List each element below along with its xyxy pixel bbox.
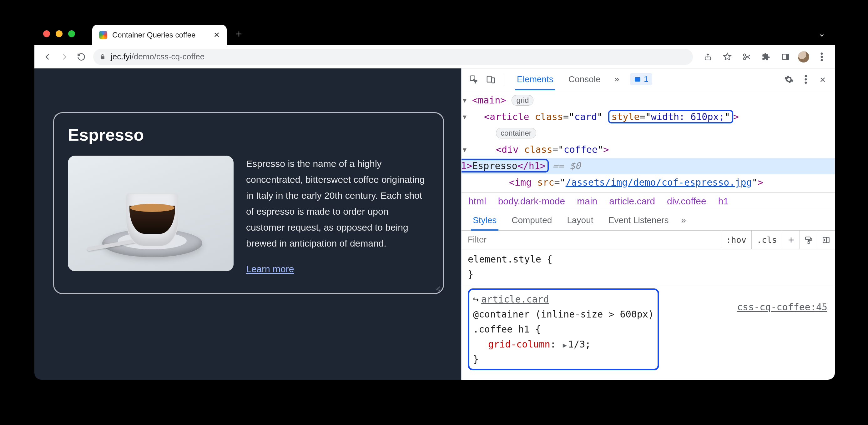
tab-strip: Container Queries coffee ✕ ＋ ⌄ — [34, 22, 835, 45]
card-text: Espresso is the name of a highly concent… — [246, 156, 429, 274]
subtab-styles[interactable]: Styles — [465, 210, 504, 230]
crumb-body[interactable]: body.dark-mode — [498, 196, 565, 206]
settings-icon[interactable] — [782, 72, 796, 87]
devtools-menu-icon[interactable] — [799, 72, 813, 87]
crumb-h1[interactable]: h1 — [718, 196, 728, 206]
lock-icon — [99, 54, 106, 60]
selected-node-suffix: == $0 — [553, 160, 581, 171]
tab-elements[interactable]: Elements — [510, 68, 560, 90]
url-host: jec.fyi — [111, 52, 131, 61]
new-tab-button[interactable]: ＋ — [231, 26, 247, 41]
tab-title: Container Queries coffee — [112, 31, 209, 39]
styles-filter-input[interactable] — [462, 231, 721, 249]
devtools-close-button[interactable]: ✕ — [815, 72, 830, 87]
svg-point-5 — [821, 53, 823, 55]
issues-count: 1 — [644, 74, 648, 84]
reload-button[interactable] — [74, 50, 88, 64]
svg-point-6 — [821, 56, 823, 58]
svg-rect-10 — [492, 78, 495, 83]
tabs-overflow-icon[interactable]: » — [609, 74, 624, 85]
highlight-container-rule: ↪article.card @container (inline-size > … — [468, 288, 659, 370]
back-button[interactable] — [41, 50, 54, 64]
container-origin-link[interactable]: article.card — [481, 294, 549, 305]
window-minimize-button[interactable] — [56, 30, 63, 37]
resize-handle-icon[interactable] — [433, 283, 440, 291]
address-bar[interactable]: jec.fyi/demo/css-cq-coffee — [93, 49, 693, 65]
expand-shorthand-icon[interactable]: ▶ — [563, 341, 567, 349]
subtabs-overflow-icon[interactable]: » — [676, 215, 691, 225]
rendered-page: Espresso Espresso is the name of a highl… — [34, 68, 461, 380]
tab-close-button[interactable]: ✕ — [214, 31, 220, 39]
issues-badge[interactable]: 1 — [630, 73, 652, 85]
svg-point-7 — [821, 59, 823, 61]
svg-point-12 — [805, 75, 807, 77]
content-area: Espresso Espresso is the name of a highl… — [34, 68, 835, 380]
selected-dom-node[interactable]: •••<h1>Espresso</h1>== $0 — [462, 158, 835, 174]
subtab-layout[interactable]: Layout — [559, 210, 601, 230]
espresso-image — [68, 156, 234, 271]
tabs-menu-button[interactable]: ⌄ — [818, 28, 826, 39]
container-query-rule[interactable]: ↪article.card @container (inline-size > … — [468, 288, 829, 370]
learn-more-link[interactable]: Learn more — [246, 264, 294, 274]
crumb-div[interactable]: div.coffee — [667, 196, 706, 206]
tab-favicon — [99, 31, 107, 39]
subtab-computed[interactable]: Computed — [504, 210, 559, 230]
img-src-link[interactable]: /assets/img/demo/cof-espresso.jpg — [566, 177, 752, 188]
highlight-style-attr: style="width: 610px;" — [608, 110, 733, 124]
svg-rect-4 — [786, 54, 788, 59]
svg-point-14 — [805, 81, 807, 84]
styles-pane[interactable]: element.style { } ↪article.card @contain… — [462, 249, 835, 373]
tab-console[interactable]: Console — [562, 68, 607, 90]
container-badge[interactable]: container — [496, 128, 536, 138]
crumb-html[interactable]: html — [468, 196, 486, 206]
browser-toolbar: jec.fyi/demo/css-cq-coffee — [34, 45, 835, 68]
svg-rect-16 — [808, 241, 809, 243]
card-body: Espresso is the name of a highly concent… — [68, 156, 429, 274]
styles-filter-bar: :hov .cls — [462, 231, 835, 249]
crumb-article[interactable]: article.card — [609, 196, 655, 206]
url-path: /demo/css-cq-coffee — [131, 52, 205, 61]
svg-rect-15 — [805, 237, 810, 240]
inspect-element-icon[interactable] — [467, 72, 481, 87]
new-style-rule-icon[interactable] — [782, 231, 800, 249]
paint-icon[interactable] — [800, 231, 817, 249]
subtab-event-listeners[interactable]: Event Listeners — [601, 210, 676, 230]
browser-window: Container Queries coffee ✕ ＋ ⌄ jec.fyi/d… — [34, 22, 835, 380]
toolbar-right — [701, 50, 829, 64]
share-icon[interactable] — [701, 50, 715, 64]
dom-breadcrumbs[interactable]: html body.dark-mode main article.card di… — [462, 193, 835, 210]
dom-tree[interactable]: ▼<main> grid ▼<article class="card" styl… — [462, 90, 835, 193]
browser-tab[interactable]: Container Queries coffee ✕ — [92, 25, 227, 45]
computed-toggle-icon[interactable] — [817, 231, 835, 249]
side-panel-icon[interactable] — [779, 50, 792, 64]
extensions-icon[interactable] — [759, 50, 773, 64]
rule-source-link[interactable]: css-cq-coffee:45 — [737, 300, 827, 315]
crumb-main[interactable]: main — [577, 196, 597, 206]
card-title: Espresso — [68, 125, 429, 144]
svg-rect-11 — [635, 77, 640, 81]
grid-badge[interactable]: grid — [512, 95, 533, 106]
cls-toggle[interactable]: .cls — [752, 231, 782, 249]
card-description: Espresso is the name of a highly concent… — [246, 156, 429, 251]
element-style-rule[interactable]: element.style { } — [468, 252, 829, 282]
scissors-icon[interactable] — [740, 50, 753, 64]
highlight-h1-node: <h1>Espresso</h1> — [462, 159, 549, 172]
device-toolbar-icon[interactable] — [484, 72, 498, 87]
window-zoom-button[interactable] — [68, 30, 75, 37]
svg-point-13 — [805, 78, 807, 80]
bookmark-icon[interactable] — [720, 50, 734, 64]
svg-rect-9 — [487, 76, 492, 82]
devtools-panel: Elements Console » 1 ✕ ▼<main> grid — [461, 68, 835, 380]
window-close-button[interactable] — [43, 30, 50, 37]
hov-toggle[interactable]: :hov — [721, 231, 752, 249]
profile-avatar[interactable] — [798, 51, 809, 63]
devtools-toolbar: Elements Console » 1 ✕ — [462, 68, 835, 90]
url-text: jec.fyi/demo/css-cq-coffee — [111, 52, 205, 62]
browser-menu-icon[interactable] — [815, 50, 829, 64]
window-controls — [43, 30, 75, 37]
coffee-card: Espresso Espresso is the name of a highl… — [53, 112, 444, 294]
styles-subtabs: Styles Computed Layout Event Listeners » — [462, 210, 835, 231]
forward-button[interactable] — [58, 50, 71, 64]
